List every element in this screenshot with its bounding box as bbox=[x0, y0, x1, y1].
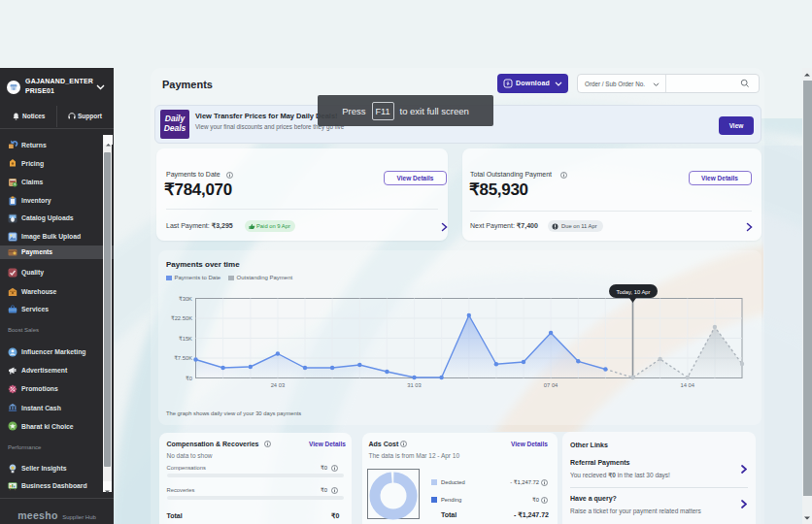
svg-text:₹30K: ₹30K bbox=[178, 296, 191, 302]
svg-text:24 03: 24 03 bbox=[270, 382, 285, 388]
svg-text:14 04: 14 04 bbox=[680, 382, 694, 388]
svg-text:07 04: 07 04 bbox=[543, 382, 558, 388]
svg-text:Today, 10 Apr: Today, 10 Apr bbox=[616, 289, 650, 295]
svg-text:31 03: 31 03 bbox=[407, 382, 422, 388]
svg-text:₹0: ₹0 bbox=[186, 376, 192, 381]
svg-text:₹15K: ₹15K bbox=[178, 336, 191, 342]
svg-text:₹22.50K: ₹22.50K bbox=[170, 315, 191, 321]
svg-text:₹7.50K: ₹7.50K bbox=[174, 355, 192, 361]
